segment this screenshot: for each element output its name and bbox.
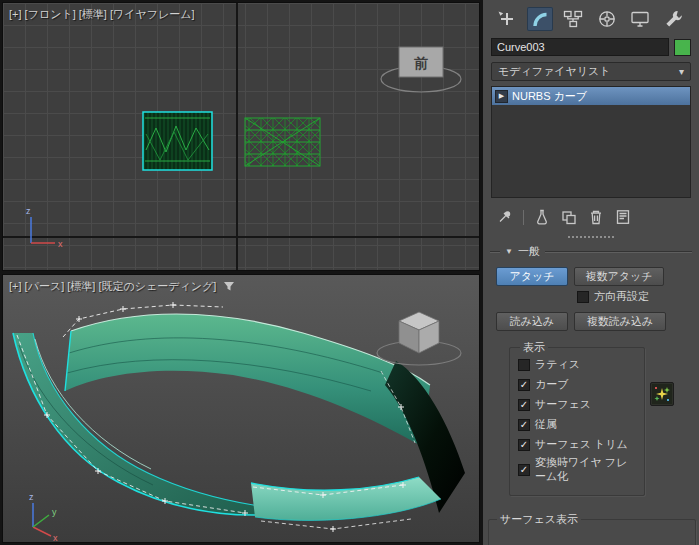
check-icon: ✓ [520,440,528,450]
rollout-general[interactable]: ▼ 一般 [490,244,692,259]
show-end-result-icon [533,208,551,226]
object-name-input[interactable] [491,38,669,56]
remove-modifier-icon [587,208,605,226]
nurbs-object-wireframe-selected[interactable] [143,112,212,170]
viewport-perspective[interactable]: z x y [+] [パース] [標準] [既定のシェーディング] [2,274,480,543]
create-icon [495,8,517,30]
motion-icon [596,8,618,30]
axis-x-label: x [53,533,58,542]
axis-y-label: y [52,507,57,517]
checkbox-surfaces[interactable]: ✓ サーフェス [518,395,638,415]
viewport-front-label-text[interactable]: [+] [フロント] [標準] [ワイヤフレーム] [9,7,195,22]
app-window: z x [+] [フロント] [標準] [ワイヤフレーム] 前 [0,0,699,545]
make-unique-icon [560,208,578,226]
make-unique-button[interactable] [560,208,578,226]
checkbox-label: 変換時ワイヤ フレーム化 [535,456,631,484]
toolbar-separator [523,210,524,225]
configure-modifier-sets-icon [614,208,632,226]
stack-item-label: NURBS カーブ [512,89,587,104]
rollout-open-icon: ▼ [505,248,513,256]
surface-display-group: サーフェス表示 [488,512,696,545]
checkbox-box[interactable]: ✓ [518,379,530,391]
display-group-title: 表示 [520,340,548,355]
object-name-row [491,38,691,56]
modifier-stack-toolbar [496,207,691,227]
tab-display[interactable] [627,7,653,31]
surface-display-title: サーフェス表示 [497,512,581,527]
checkbox-box[interactable]: ✓ [518,399,530,411]
attach-button[interactable]: アタッチ [496,267,568,286]
modifier-stack[interactable]: ▶ NURBS カーブ [491,86,691,198]
viewcube-face-label[interactable]: 前 [414,55,428,71]
modifier-list-dropdown[interactable]: モディファイヤリスト ▾ [491,62,691,81]
checkbox-label: 従属 [535,418,557,432]
viewport-front-label[interactable]: [+] [フロント] [標準] [ワイヤフレーム] [9,7,195,22]
chevron-down-icon: ▾ [679,66,684,77]
checkbox-box[interactable]: ✓ [518,359,530,371]
tab-utilities[interactable] [661,7,687,31]
attach-multiple-button[interactable]: 複数アタッチ [574,267,664,286]
axis-z-label: z [29,492,34,502]
checkbox-label: 方向再設定 [594,290,649,304]
attach-row: アタッチ 複数アタッチ [496,267,691,286]
remove-modifier-button[interactable] [587,208,605,226]
pin-stack-icon [496,208,514,226]
checkbox-dependents[interactable]: ✓ 従属 [518,415,638,435]
import-button[interactable]: 読み込み [496,312,568,331]
tab-hierarchy[interactable] [560,7,586,31]
check-icon: ✓ [520,400,528,410]
pin-stack-button[interactable] [496,208,514,226]
command-panel: モディファイヤリスト ▾ ▶ NURBS カーブ [483,0,699,545]
viewport-front[interactable]: z x [+] [フロント] [標準] [ワイヤフレーム] 前 [2,2,480,271]
stack-item-nurbs-curve[interactable]: ▶ NURBS カーブ [492,87,690,105]
show-end-result-button[interactable] [533,208,551,226]
viewport-persp-label-text[interactable]: [+] [パース] [標準] [既定のシェーディング] [9,279,216,294]
rollout-line [490,251,500,253]
filter-icon[interactable] [223,281,235,292]
checkbox-box[interactable]: ✓ [518,439,530,451]
checkbox-label: ラティス [535,358,580,372]
checkbox-label: サーフェス [535,398,591,412]
viewcube-front[interactable]: 前 [375,43,467,95]
checkbox-box[interactable]: ✓ [518,464,530,476]
checkbox-reorient[interactable]: ✓ 方向再設定 [577,290,691,304]
modifier-list-label: モディファイヤリスト [498,64,611,79]
import-row: 読み込み 複数読み込み [496,312,691,331]
display-group: 表示 ✓ ラティス ✓ カーブ ✓ サーフェス ✓ 従属 [509,340,645,496]
object-color-swatch[interactable] [674,39,691,56]
display-section: 表示 ✓ ラティス ✓ カーブ ✓ サーフェス ✓ 従属 [483,340,699,496]
import-multiple-button[interactable]: 複数読み込み [574,312,666,331]
checkbox-curves[interactable]: ✓ カーブ [518,375,638,395]
nurbs-object-wireframe-green[interactable] [245,118,320,166]
checkbox-label: カーブ [535,378,569,392]
rollout-general-title: 一般 [518,244,540,259]
modify-icon [529,8,551,30]
checkbox-label: サーフェス トリム [535,438,628,452]
checkbox-box[interactable]: ✓ [518,419,530,431]
axis-z-label: z [26,206,31,216]
tab-create[interactable] [493,7,519,31]
configure-modifier-sets-button[interactable] [614,208,632,226]
check-icon: ✓ [520,420,528,430]
display-icon [629,8,651,30]
utilities-icon [663,8,685,30]
tab-modify[interactable] [527,7,553,31]
checkbox-wireframe-on-transform[interactable]: ✓ 変換時ワイヤ フレーム化 [518,455,638,485]
check-icon: ✓ [520,380,528,390]
checkbox-box[interactable]: ✓ [577,291,589,303]
checkbox-surface-trims[interactable]: ✓ サーフェス トリム [518,435,638,455]
hierarchy-icon [562,8,584,30]
tab-motion[interactable] [594,7,620,31]
command-panel-tabs [483,0,699,34]
viewport-persp-label[interactable]: [+] [パース] [標準] [既定のシェーディング] [9,279,235,294]
viewcube-persp[interactable] [373,303,469,369]
panel-resize-handle[interactable] [568,236,614,239]
rollout-line [545,251,692,253]
expand-icon[interactable]: ▶ [495,90,508,103]
nurbs-toolbox-button[interactable] [650,382,674,406]
nurbs-toolbox-icon [652,384,672,404]
check-icon: ✓ [520,465,528,475]
axis-x-label: x [58,239,63,249]
checkbox-lattice[interactable]: ✓ ラティス [518,355,638,375]
